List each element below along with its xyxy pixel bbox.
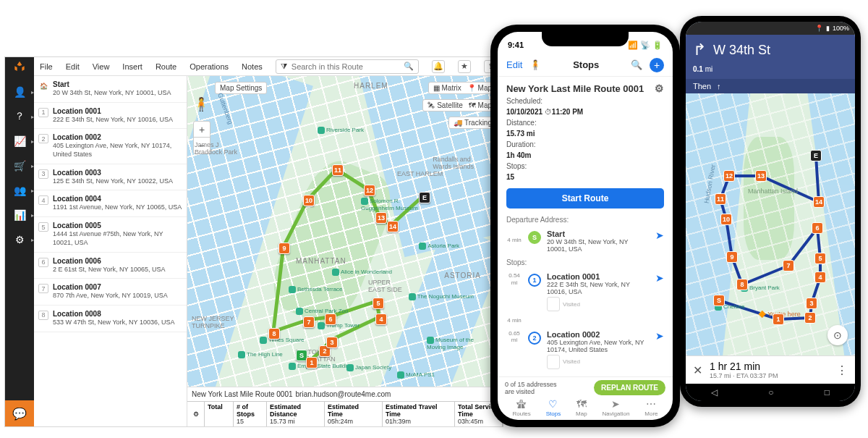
map-marker[interactable]: 11 [715, 193, 726, 205]
star-icon[interactable]: ★ [458, 60, 471, 73]
menu-edit[interactable]: Edit [66, 62, 80, 71]
map-canvas[interactable]: Map Settings ▦ Matrix 📍 Map 🛰 Satellite … [187, 76, 503, 387]
map-view-toggle[interactable]: ▦ Matrix 📍 Map [428, 82, 497, 94]
stop-number: 2 [38, 134, 48, 143]
nav-icon[interactable]: ➤ [655, 330, 664, 369]
tracking-button[interactable]: 🚚 Tracking [448, 117, 497, 129]
android-map[interactable]: Hudson River Manhattan Island 🔶 You're h… [686, 93, 855, 355]
map-marker[interactable]: 9 [278, 243, 290, 254]
map-marker[interactable]: 4 [375, 313, 387, 325]
search-icon[interactable]: 🔍 [404, 62, 414, 71]
stop1-badge: 1 [528, 274, 541, 287]
tab-routes[interactable]: 🛣Routes [512, 398, 530, 417]
map-marker[interactable]: 3 [806, 298, 817, 309]
search-icon[interactable]: 🔍 [631, 59, 642, 70]
menu-view[interactable]: View [93, 62, 110, 71]
map-marker[interactable]: 8 [736, 279, 748, 290]
fingerprint-icon[interactable] [547, 355, 560, 369]
list-item[interactable]: 🏠 Start 20 W 34th St, New York, NY 10001… [34, 76, 187, 103]
menu-notes[interactable]: Notes [242, 62, 263, 71]
analytics-icon[interactable]: 📊▸ [12, 208, 27, 222]
recent-button[interactable]: □ [825, 387, 830, 397]
map-marker[interactable]: 10 [720, 214, 732, 225]
nav-icon[interactable]: ➤ [655, 272, 664, 311]
map-view-2[interactable]: 🗺 Map [469, 101, 492, 109]
nav-icon[interactable]: ➤ [655, 229, 664, 253]
menu-operations[interactable]: Operations [190, 62, 229, 71]
tab-nav[interactable]: ➤Navigation [603, 398, 630, 417]
search-box[interactable]: ⧩ 🔍 [276, 59, 419, 74]
bell-icon[interactable]: 🔔 [432, 60, 445, 73]
list-item[interactable]: 3 Location 0003 125 E 34th St, New York,… [34, 164, 187, 191]
menu-insert[interactable]: Insert [122, 62, 142, 71]
chat-icon[interactable]: 💬 [5, 400, 34, 426]
home-button[interactable]: ○ [768, 387, 773, 397]
map-marker[interactable]: 10 [303, 195, 315, 206]
locate-me-button[interactable]: ⊙ [827, 325, 848, 345]
fingerprint-icon[interactable] [547, 297, 560, 311]
team-icon[interactable]: 👥▸ [12, 183, 27, 198]
map-layer-toggle[interactable]: 🛰 Satellite 🗺 Map [422, 99, 497, 111]
user-location-icon[interactable]: 🧍 [529, 59, 541, 70]
menu-file[interactable]: File [40, 62, 53, 71]
map-marker[interactable]: 13 [375, 212, 387, 224]
list-item[interactable]: 1 Location 0001 222 E 34th St, New York,… [34, 103, 187, 130]
map-marker[interactable]: 7 [783, 260, 794, 271]
matrix-view[interactable]: ▦ Matrix [433, 84, 461, 92]
activity-icon[interactable]: 📈▸ [12, 134, 27, 148]
search-input[interactable] [292, 62, 399, 71]
map-marker[interactable]: 3 [326, 337, 338, 348]
map-marker[interactable]: S [713, 295, 725, 306]
map-marker[interactable]: 1 [306, 357, 318, 368]
list-item[interactable]: 5 Location 0005 1444 1st Avenue #75th, N… [34, 217, 187, 252]
user-settings-icon[interactable]: ⚙▸ [12, 232, 27, 247]
tab-more[interactable]: ⋯More [644, 398, 658, 417]
map-marker[interactable]: 5 [814, 253, 826, 264]
satellite-view[interactable]: 🛰 Satellite [427, 101, 462, 109]
back-button[interactable]: ◁ [711, 387, 718, 397]
departure-label: Departure Address: [506, 216, 664, 224]
list-item[interactable]: 4 Location 0004 1191 1st Avenue, New Yor… [34, 190, 187, 217]
map-marker[interactable]: 2 [804, 312, 816, 324]
map-marker[interactable]: 6 [325, 313, 336, 325]
map-marker[interactable]: 6 [812, 222, 823, 234]
help-icon[interactable]: ？▸ [12, 109, 27, 124]
map-marker[interactable]: 7 [303, 316, 315, 328]
start-route-button[interactable]: Start Route [506, 188, 664, 209]
close-icon[interactable]: ✕ [693, 363, 702, 377]
map-marker[interactable]: 14 [813, 196, 825, 208]
list-item[interactable]: 6 Location 0006 2 E 61st St, New York, N… [34, 253, 187, 279]
zoom-in[interactable]: + [194, 122, 210, 138]
gear-icon[interactable]: ⚙ [193, 410, 199, 418]
menu-route[interactable]: Route [156, 62, 176, 71]
map-marker[interactable]: E [810, 150, 822, 161]
list-item[interactable]: 8 Location 0008 533 W 47th St, New York,… [34, 306, 187, 332]
list-item[interactable]: 2 Location 0002 405 Lexington Ave, New Y… [34, 129, 187, 164]
add-button[interactable]: + [650, 58, 664, 72]
map-marker[interactable]: 12 [723, 170, 735, 182]
map-marker[interactable]: 5 [373, 298, 384, 309]
map-marker[interactable]: 1 [773, 313, 784, 325]
map-marker[interactable]: 13 [755, 170, 767, 182]
map-view[interactable]: 📍 Map [467, 84, 492, 92]
orders-icon[interactable]: 🛒▸ [12, 159, 27, 173]
streetview-icon[interactable]: 🧍 [193, 96, 209, 112]
edit-button[interactable]: Edit [506, 59, 522, 70]
map-marker[interactable]: 4 [814, 271, 826, 283]
logo-icon[interactable] [12, 60, 27, 75]
add-user-icon[interactable]: 👤▸ [12, 85, 27, 99]
tab-map[interactable]: 🗺Map [576, 398, 587, 417]
gear-icon[interactable]: ⚙ [655, 83, 664, 94]
list-item[interactable]: 7 Location 0007 870 7th Ave, New York, N… [34, 279, 187, 306]
map-marker[interactable]: 14 [387, 221, 399, 232]
map-marker[interactable]: 11 [332, 164, 344, 176]
map-marker[interactable]: E [419, 192, 430, 203]
stop-list[interactable]: 🏠 Start 20 W 34th St, New York, NY 10001… [34, 76, 187, 426]
map-marker[interactable]: 12 [364, 185, 375, 196]
more-icon[interactable]: ⋮ [836, 363, 848, 377]
label-manhattan: MANHATTAN [296, 257, 346, 265]
map-marker[interactable]: 8 [268, 328, 280, 340]
replan-button[interactable]: REPLAN ROUTE [594, 380, 665, 395]
tab-stops[interactable]: ♡Stops [546, 398, 561, 417]
map-marker[interactable]: 9 [726, 251, 738, 263]
